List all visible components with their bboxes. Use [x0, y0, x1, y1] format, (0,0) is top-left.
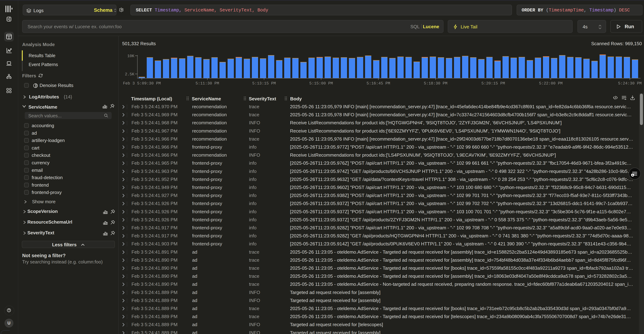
svg-text:5:13:15 PM: 5:13:15 PM — [252, 81, 276, 86]
svg-text:2.5K: 2.5K — [125, 72, 134, 77]
svg-text:Feb 3 5:09:30 PM: Feb 3 5:09:30 PM — [123, 81, 161, 86]
svg-text:5:20:15 PM: 5:20:15 PM — [482, 81, 505, 86]
svg-text:10K: 10K — [127, 54, 134, 58]
svg-text:5:11:30 PM: 5:11:30 PM — [196, 81, 219, 86]
svg-text:5:18:30 PM: 5:18:30 PM — [424, 81, 448, 86]
svg-text:5:15:00 PM: 5:15:00 PM — [309, 81, 333, 86]
svg-text:5:24:30 PM: 5:24:30 PM — [618, 81, 642, 86]
svg-text:5:22:00 PM: 5:22:00 PM — [539, 81, 562, 86]
svg-text:5:16:45 PM: 5:16:45 PM — [366, 81, 390, 86]
